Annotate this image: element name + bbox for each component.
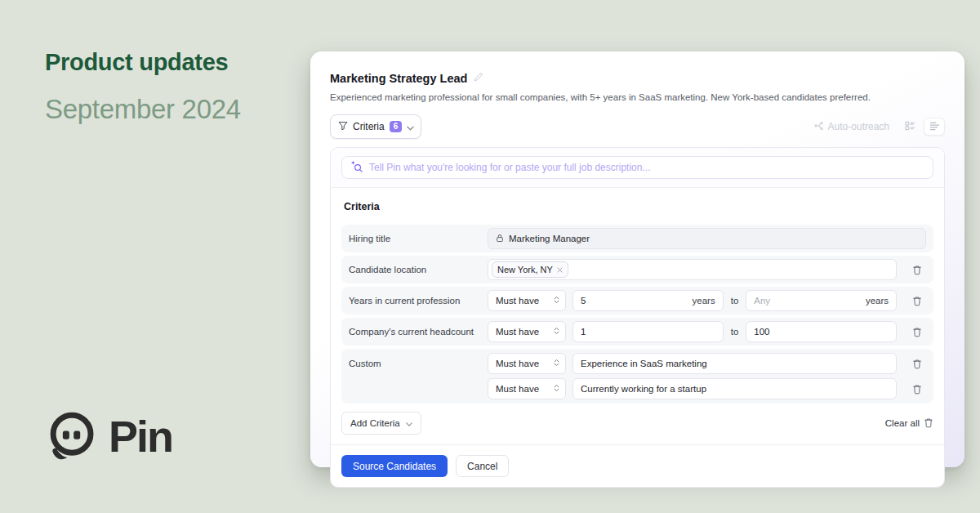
years-operator-select[interactable]: Must have bbox=[488, 290, 566, 311]
criteria-heading: Criteria bbox=[344, 201, 933, 212]
page-title: Product updates bbox=[45, 49, 241, 76]
hiring-title-input: Marketing Manager bbox=[488, 228, 926, 249]
clear-all-label: Clear all bbox=[885, 418, 920, 428]
row-label: Years in current profession bbox=[349, 296, 488, 306]
filter-funnel-icon bbox=[338, 119, 348, 134]
operator-value: Must have bbox=[496, 384, 539, 394]
edit-pencil-icon[interactable] bbox=[473, 71, 483, 86]
row-label: Company's current headcount bbox=[349, 327, 488, 337]
custom-operator-select[interactable]: Must have bbox=[488, 378, 566, 399]
custom-input[interactable]: Currently working for a startup bbox=[572, 378, 897, 399]
location-chip-label: New York, NY bbox=[497, 265, 553, 274]
trash-icon bbox=[924, 417, 933, 430]
kanban-view-button[interactable] bbox=[899, 118, 920, 136]
left-column: Product updates September 2024 bbox=[45, 49, 241, 125]
hiring-title-value: Marketing Manager bbox=[509, 234, 590, 243]
delete-row-button[interactable] bbox=[908, 296, 926, 306]
custom-input[interactable]: Experience in SaaS marketing bbox=[572, 353, 897, 374]
search-section bbox=[331, 148, 944, 187]
list-view-button[interactable] bbox=[924, 118, 945, 136]
criteria-dropdown-button[interactable]: Criteria 6 bbox=[330, 114, 421, 139]
operator-value: Must have bbox=[496, 359, 539, 368]
auto-outreach-label: Auto-outreach bbox=[828, 121, 889, 132]
lock-icon bbox=[496, 234, 504, 244]
headcount-to-input[interactable]: 100 bbox=[746, 321, 897, 342]
location-input[interactable]: New York, NY bbox=[488, 259, 897, 280]
criteria-row-years: Years in current profession Must have 5 … bbox=[341, 287, 933, 314]
app-card: Marketing Strategy Lead Experienced mark… bbox=[310, 51, 964, 467]
custom-value: Experience in SaaS marketing bbox=[581, 359, 707, 368]
years-from-value: 5 bbox=[581, 296, 586, 306]
updown-chevron-icon bbox=[554, 384, 559, 394]
brand-logo: Pin bbox=[45, 408, 172, 469]
row-label: Hiring title bbox=[349, 234, 488, 243]
chevron-down-icon bbox=[406, 418, 412, 428]
clear-all-button[interactable]: Clear all bbox=[885, 417, 933, 430]
cancel-button[interactable]: Cancel bbox=[456, 455, 509, 477]
to-label: to bbox=[730, 327, 740, 337]
toolbar: Criteria 6 Auto-outreach bbox=[330, 114, 945, 139]
row-label: Candidate location bbox=[349, 265, 488, 274]
add-criteria-label: Add Criteria bbox=[350, 418, 400, 428]
delete-row-button[interactable] bbox=[908, 327, 926, 337]
years-to-suffix: years bbox=[866, 296, 889, 306]
custom-operator-select[interactable]: Must have bbox=[488, 353, 566, 374]
chip-close-icon[interactable] bbox=[557, 265, 563, 274]
years-from-suffix: years bbox=[693, 296, 715, 306]
custom-value: Currently working for a startup bbox=[581, 384, 706, 394]
criteria-button-label: Criteria bbox=[353, 121, 385, 132]
operator-value: Must have bbox=[496, 327, 539, 337]
job-search-input[interactable] bbox=[369, 162, 924, 173]
list-view-icon bbox=[929, 119, 940, 134]
operator-value: Must have bbox=[496, 296, 539, 306]
delete-row-button[interactable] bbox=[908, 384, 926, 395]
delete-row-button[interactable] bbox=[908, 265, 926, 275]
job-description: Experienced marketing professional for s… bbox=[330, 92, 945, 102]
location-chip[interactable]: New York, NY bbox=[492, 261, 568, 278]
criteria-row-hiring-title: Hiring title Marketing Manager bbox=[341, 225, 933, 252]
source-candidates-button[interactable]: Source Candidates bbox=[341, 455, 448, 477]
criteria-panel: Criteria Hiring title Marketing Manager bbox=[330, 147, 945, 488]
years-to-placeholder: Any bbox=[754, 296, 770, 306]
criteria-row-location: Candidate location New York, NY bbox=[341, 256, 933, 283]
job-title: Marketing Strategy Lead bbox=[330, 72, 467, 85]
delete-row-button[interactable] bbox=[908, 359, 926, 369]
criteria-row-custom: Custom Must have Experience in SaaS mark… bbox=[341, 349, 933, 404]
criteria-row-headcount: Company's current headcount Must have 1 … bbox=[341, 318, 933, 346]
kanban-view-icon bbox=[905, 119, 915, 134]
updown-chevron-icon bbox=[554, 327, 559, 337]
add-criteria-button[interactable]: Add Criteria bbox=[341, 412, 421, 435]
auto-outreach-icon bbox=[814, 121, 824, 133]
years-to-input[interactable]: Any years bbox=[746, 290, 897, 311]
search-box[interactable] bbox=[341, 156, 933, 179]
updown-chevron-icon bbox=[554, 296, 559, 306]
row-label: Custom bbox=[349, 353, 488, 368]
headcount-to-value: 100 bbox=[754, 327, 769, 337]
ai-search-icon bbox=[350, 160, 363, 176]
headcount-from-input[interactable]: 1 bbox=[572, 321, 724, 342]
view-toggle-group bbox=[899, 118, 945, 136]
headcount-operator-select[interactable]: Must have bbox=[488, 321, 566, 342]
criteria-count-badge: 6 bbox=[390, 121, 403, 132]
headcount-from-value: 1 bbox=[581, 327, 586, 337]
to-label: to bbox=[730, 296, 740, 306]
years-from-input[interactable]: 5 years bbox=[572, 290, 724, 311]
pin-logo-icon bbox=[45, 408, 97, 469]
updown-chevron-icon bbox=[554, 359, 559, 368]
page-subtitle: September 2024 bbox=[45, 94, 241, 125]
chevron-down-icon bbox=[407, 119, 414, 134]
auto-outreach-button[interactable]: Auto-outreach bbox=[814, 121, 889, 133]
brand-wordmark: Pin bbox=[109, 414, 172, 463]
